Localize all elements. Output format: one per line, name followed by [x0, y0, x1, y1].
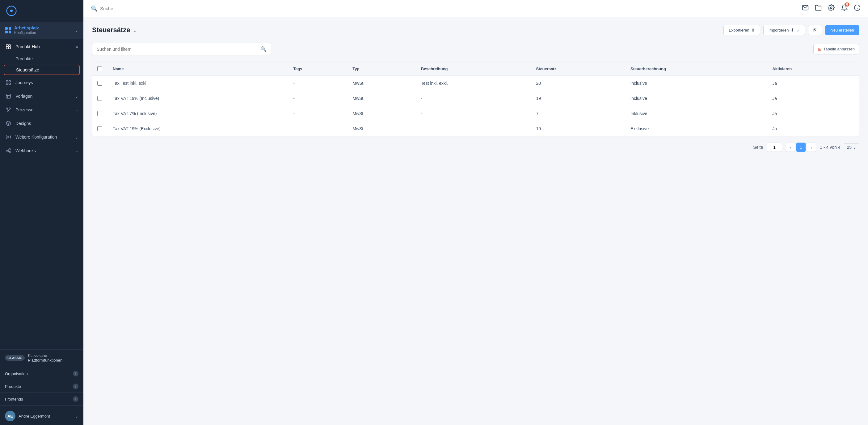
- search-filter-icon: 🔍: [260, 46, 267, 52]
- column-steuersatz: Steuersatz: [531, 62, 625, 76]
- info-icon[interactable]: [854, 4, 861, 13]
- bell-icon[interactable]: 8: [841, 4, 847, 13]
- sidebar-logo: [0, 0, 84, 22]
- topbar-search-input[interactable]: [100, 6, 193, 11]
- row-name: Tax VAT 19% (Exclusive): [108, 121, 288, 136]
- page-number-input[interactable]: [767, 143, 782, 152]
- table-row: Tax VAT 19% (Exclusive) - MwSt. - 19 Exk…: [92, 121, 859, 136]
- table-row: Tax VAT 7% (Inclusive) - MwSt. - 7 Inklu…: [92, 106, 859, 121]
- svg-rect-3: [6, 47, 8, 49]
- workspace-selector[interactable]: Arbeitsplatz Konfiguration ⌄: [0, 22, 84, 39]
- sidebar-item-journeys-label: Journeys: [16, 80, 79, 85]
- svg-rect-4: [9, 47, 10, 49]
- sidebar-item-prozesse[interactable]: Prozesse ⌄: [0, 103, 84, 117]
- bottom-link-frontends[interactable]: Frontends i: [0, 393, 84, 405]
- svg-point-19: [9, 148, 10, 150]
- row-typ: MwSt.: [347, 76, 416, 91]
- mail-icon[interactable]: [802, 4, 809, 13]
- sidebar-item-journeys[interactable]: Journeys: [0, 76, 84, 89]
- classic-platform-button[interactable]: CLASSIC Klassische Plattformfunktionen: [0, 349, 84, 366]
- bottom-link-frontends-label: Frontends: [5, 397, 23, 401]
- row-beschreibung: -: [416, 121, 531, 136]
- svg-point-20: [9, 151, 10, 153]
- classic-badge-label: CLASSIC: [5, 355, 25, 361]
- produkte-info-icon[interactable]: i: [73, 384, 79, 389]
- gear-icon[interactable]: [828, 4, 835, 13]
- row-steuersatz: 19: [531, 91, 625, 106]
- pagination: Seite ‹ 1 › 1 - 4 von 4 25 ⌄: [92, 136, 859, 154]
- cube-icon: [5, 43, 12, 50]
- app-logo-icon: [6, 6, 17, 16]
- import-chevron-icon: ⌄: [796, 28, 800, 32]
- sidebar-item-webhooks[interactable]: Webhooks ⌄: [0, 144, 84, 158]
- row-steuerberechnung: Inklusive: [625, 106, 767, 121]
- organisation-info-icon[interactable]: i: [73, 371, 79, 376]
- row-aktivieren: Ja: [767, 121, 859, 136]
- import-button[interactable]: Importieren ⬇ ⌄: [763, 25, 805, 35]
- bottom-link-organisation-label: Organisation: [5, 371, 28, 376]
- row-beschreibung: Test inkl. exkl.: [416, 76, 531, 91]
- row-typ: MwSt.: [347, 91, 416, 106]
- row-checkbox-3[interactable]: [97, 126, 102, 131]
- prozesse-chevron-icon: ⌄: [75, 107, 79, 112]
- svg-point-22: [830, 7, 832, 9]
- page-1-button[interactable]: 1: [796, 143, 806, 152]
- designs-icon: [5, 120, 12, 127]
- bottom-link-produkte[interactable]: Produkte i: [0, 380, 84, 393]
- per-page-chevron-icon: ⌄: [853, 145, 857, 150]
- bottom-links: Organisation i Produkte i Frontends i: [0, 366, 84, 407]
- export-button[interactable]: Exportieren ⬆: [723, 25, 760, 35]
- import-label: Importieren: [769, 28, 789, 32]
- svg-line-15: [7, 109, 9, 111]
- page-label: Seite: [753, 145, 763, 150]
- row-checkbox-2[interactable]: [97, 111, 102, 116]
- row-checkbox-cell: [92, 91, 108, 106]
- workspace-text: Arbeitsplatz Konfiguration: [14, 25, 39, 35]
- page-header: Steuersätze ⌄ Exportieren ⬆ Importieren …: [92, 25, 859, 35]
- next-page-button[interactable]: ›: [807, 143, 816, 152]
- sidebar-item-designs[interactable]: Designs: [0, 117, 84, 130]
- select-all-checkbox[interactable]: [97, 66, 102, 71]
- row-tags: -: [288, 76, 347, 91]
- prev-page-button[interactable]: ‹: [786, 143, 795, 152]
- row-checkbox-1[interactable]: [97, 96, 102, 101]
- new-create-button[interactable]: Neu erstellen: [825, 25, 859, 35]
- page-title: Steuersätze: [92, 26, 130, 34]
- sidebar-item-produkt-hub[interactable]: Produkt-Hub ∧: [0, 40, 84, 54]
- prozesse-icon: [5, 106, 12, 113]
- table-adjust-button[interactable]: ⊞ Tabelle anpassen: [813, 44, 859, 54]
- sidebar-item-vorlagen[interactable]: Vorlagen ⌄: [0, 89, 84, 103]
- produkt-hub-chevron-icon: ∧: [75, 44, 79, 49]
- row-typ: MwSt.: [347, 121, 416, 136]
- sidebar-item-produkte[interactable]: Produkte: [0, 54, 84, 64]
- svg-rect-5: [6, 80, 8, 82]
- page-title-chevron-icon[interactable]: ⌄: [133, 27, 137, 33]
- weitere-icon: [5, 134, 12, 140]
- import-icon: ⬇: [790, 28, 794, 32]
- workspace-sub: Konfiguration: [14, 31, 39, 35]
- row-steuerberechnung: Exklusive: [625, 121, 767, 136]
- table-header-row: Name Tags Typ Beschreibung Steuersatz St…: [92, 62, 859, 76]
- sidebar-item-produkt-hub-label: Produkt-Hub: [16, 44, 72, 49]
- nav-section: Produkt-Hub ∧ Produkte Steuersätze Journ…: [0, 39, 84, 159]
- row-aktivieren: Ja: [767, 106, 859, 121]
- sidebar-item-steuersaetze[interactable]: Steuersätze: [4, 65, 80, 75]
- table-row: Tax VAT 19% (Inclusive) - MwSt. - 19 inc…: [92, 91, 859, 106]
- row-checkbox-0[interactable]: [97, 81, 102, 86]
- svg-rect-6: [9, 80, 10, 82]
- workspace-name: Arbeitsplatz: [14, 25, 39, 31]
- row-tags: -: [288, 106, 347, 121]
- user-name: André Eggermont: [19, 414, 72, 419]
- bottom-link-organisation[interactable]: Organisation i: [0, 367, 84, 380]
- svg-point-12: [6, 108, 8, 109]
- sidebar-item-weitere[interactable]: Weitere Konfiguration ⌄: [0, 130, 84, 144]
- search-filter-input[interactable]: [97, 47, 258, 52]
- new-create-label: Neu erstellen: [830, 28, 854, 32]
- per-page-selector[interactable]: 25 ⌄: [844, 143, 859, 151]
- share-button[interactable]: ⇱: [808, 25, 822, 35]
- webhooks-chevron-icon: ⌄: [75, 148, 79, 153]
- user-footer[interactable]: AE André Eggermont ⌄: [0, 407, 84, 425]
- folder-icon[interactable]: [815, 4, 822, 13]
- row-steuersatz: 7: [531, 106, 625, 121]
- frontends-info-icon[interactable]: i: [73, 396, 79, 402]
